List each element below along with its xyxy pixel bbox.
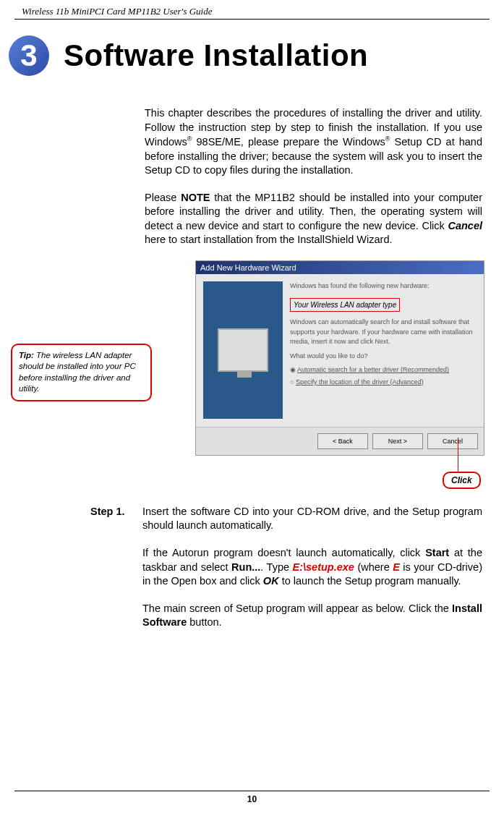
page-footer: 10 xyxy=(14,791,490,804)
wizard-cancel-button[interactable]: Cancel xyxy=(427,433,478,449)
chapter-number-badge: 3 xyxy=(7,34,51,77)
wizard-radio-1[interactable]: ◉ Automatic search for a better driver (… xyxy=(290,365,477,375)
tip-label: Tip: xyxy=(19,351,34,359)
step-1-p3: The main screen of Setup program will ap… xyxy=(142,602,482,630)
wizard-sidebar xyxy=(203,281,283,419)
wizard-titlebar: Add New Hardware Wizard xyxy=(196,261,484,274)
wizard-content: Windows has found the following new hard… xyxy=(290,281,477,419)
step-1-p1: Insert the software CD into your CD-ROM … xyxy=(142,505,482,533)
wizard-text-2: Windows can automatically search for and… xyxy=(290,318,477,347)
tip-callout: Tip: The wireless LAN adapter should be … xyxy=(11,344,152,401)
click-callout: Click xyxy=(443,472,481,489)
wizard-text-3: What would you like to do? xyxy=(290,352,477,362)
chapter-number: 3 xyxy=(20,41,37,71)
wizard-dialog: Add New Hardware Wizard Windows has foun… xyxy=(195,260,484,456)
intro-paragraph-1: This chapter describes the procedures of… xyxy=(145,106,482,178)
wizard-radio-2[interactable]: ○ Specify the location of the driver (Ad… xyxy=(290,378,477,388)
wizard-area: Add New Hardware Wizard Windows has foun… xyxy=(0,260,504,492)
intro-paragraph-2: Please NOTE that the MP11B2 should be in… xyxy=(145,191,482,247)
wizard-back-button[interactable]: < Back xyxy=(317,433,368,449)
callout-connector xyxy=(458,438,458,472)
chapter-heading: 3 Software Installation xyxy=(0,20,504,77)
document-header: Wireless 11b MiniPCI Card MP11B2 User's … xyxy=(14,0,490,20)
adapter-type-callout: Your Wireless LAN adapter type xyxy=(290,298,400,312)
step-1-content: Insert the software CD into your CD-ROM … xyxy=(142,505,482,643)
step-section: Step 1. Insert the software CD into your… xyxy=(0,492,504,643)
step-1-label: Step 1. xyxy=(90,505,135,643)
tip-text: The wireless LAN adapter should be insta… xyxy=(19,351,136,393)
wizard-next-button[interactable]: Next > xyxy=(372,433,423,449)
monitor-icon xyxy=(218,328,268,372)
wizard-button-bar: < Back Next > Cancel xyxy=(196,427,484,455)
intro-text: This chapter describes the procedures of… xyxy=(0,77,504,247)
step-1-p2: If the Autorun program doesn't launch au… xyxy=(142,546,482,589)
wizard-text-1: Windows has found the following new hard… xyxy=(290,281,477,291)
chapter-title: Software Installation xyxy=(64,38,368,73)
